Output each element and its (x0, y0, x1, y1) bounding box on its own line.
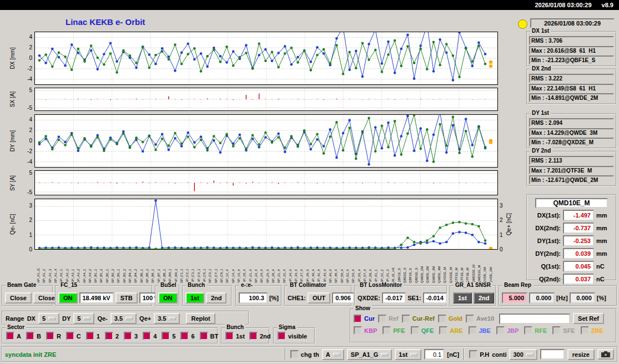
show-checkbox-are-checkbox[interactable] (439, 326, 447, 335)
fc15-on-button[interactable]: ON (58, 292, 78, 304)
show-checkbox-cur-checkbox[interactable] (354, 315, 362, 323)
show-checkbox-pfe[interactable]: PFE (383, 326, 405, 335)
sector-checkbox-3[interactable]: 3 (124, 332, 138, 340)
sector-checkbox-c-checkbox[interactable] (66, 332, 74, 340)
show-checkbox-rfe[interactable]: RFE (524, 326, 547, 335)
range-qeplus-select[interactable]: 3.5 (154, 313, 180, 324)
sector-checkbox-3-checkbox[interactable] (124, 332, 132, 340)
chg-th-checkbox-item[interactable]: chg th (290, 350, 319, 358)
threshold-input[interactable] (424, 349, 444, 360)
sigma-group-label: Sigma (277, 324, 297, 330)
show-checkbox-cur[interactable]: Cur (354, 315, 375, 323)
bunch-checkbox-1st[interactable]: 1st (225, 332, 245, 340)
sector-checkbox-b[interactable]: B (26, 332, 41, 340)
x-axis-label: SP_50_4 (340, 252, 344, 283)
bt-lossmonitor-group: BT LossMonitor QXD2E: -0.017 SE1: -0.014 (354, 285, 447, 306)
replot-button[interactable]: Replot (186, 313, 215, 324)
show-checkbox-qfe-checkbox[interactable] (411, 326, 419, 335)
sector-checkbox-r[interactable]: R (46, 332, 61, 340)
sector-checkbox-5[interactable]: 5 (162, 332, 175, 340)
beam-gate-close-button-1[interactable]: Close (5, 292, 32, 304)
x-axis-label: SP_B3_1 (117, 252, 120, 283)
sector-checkbox-bt-checkbox[interactable] (200, 332, 208, 340)
show-checkbox-cur-ref-checkbox[interactable] (402, 315, 410, 323)
fc15-stb-button[interactable]: STB (115, 292, 138, 304)
show-checkbox-ref-checkbox[interactable] (378, 315, 386, 323)
sector-checkbox-a[interactable]: A (6, 332, 21, 340)
sector-checkbox-6[interactable]: 6 (180, 332, 194, 340)
show-checkbox-rfe-checkbox[interactable] (524, 326, 532, 335)
che1-out-button[interactable]: OUT (308, 292, 330, 304)
chg-th-checkbox[interactable] (290, 350, 299, 358)
bunch-checkbox-1st-checkbox[interactable] (225, 332, 234, 340)
sector-checkbox-c[interactable]: C (66, 332, 81, 340)
gr-snsr-1st-button[interactable]: 1st (453, 292, 472, 304)
ph-checkbox-item[interactable]: P.H (469, 350, 489, 358)
bunch-1st-button[interactable]: 1st (185, 292, 204, 304)
sector-checkbox-2[interactable]: 2 (105, 332, 119, 340)
plot-sx[interactable] (34, 88, 498, 111)
x-axis-label: SP_C1_1 (180, 252, 184, 283)
sector-checkbox-2-checkbox[interactable] (105, 332, 113, 340)
gr-snsr-2nd-button[interactable]: 2nd (474, 292, 495, 304)
sector-checkbox-bt[interactable]: BT (200, 332, 219, 340)
show-checkbox-kbp[interactable]: KBP (354, 326, 377, 335)
bunch-order-select[interactable]: 1st (395, 349, 421, 360)
resize-button[interactable]: resize (567, 349, 595, 360)
show-checkbox-sfe-checkbox[interactable] (552, 326, 561, 335)
plot-sy[interactable] (34, 170, 498, 195)
show-checkbox-gold-checkbox[interactable] (438, 315, 446, 323)
sector-checkbox-1-checkbox[interactable] (86, 332, 94, 340)
sector-checkbox-6-checkbox[interactable] (180, 332, 189, 340)
show-checkbox-jbp-checkbox[interactable] (496, 326, 505, 335)
plot-dy[interactable] (34, 114, 498, 168)
sector-checkbox-a-checkbox[interactable] (6, 332, 14, 340)
show-checkbox-jbp[interactable]: JBP (496, 326, 519, 335)
show-checkbox-ave10-checkbox[interactable] (466, 315, 474, 323)
range-dx-select[interactable]: 5 (38, 313, 59, 324)
set-ref-button[interactable]: Set Ref (573, 313, 604, 324)
ph-label: P.H (480, 351, 489, 358)
plot-qe[interactable] (34, 199, 498, 250)
plot-dx[interactable] (34, 32, 498, 85)
show-checkbox-pfe-checkbox[interactable] (383, 326, 391, 335)
show-checkbox-sfe[interactable]: SFE (552, 326, 575, 335)
show-checkbox-qfe[interactable]: QFE (411, 326, 434, 335)
range-dy-select[interactable]: 5 (73, 313, 94, 324)
show-checkbox-kbp-checkbox[interactable] (354, 326, 362, 335)
ph-checkbox[interactable] (469, 350, 477, 358)
x-axis-label: SP_21_4 (249, 252, 253, 283)
titlebar-clock: 2026/01/08 03:00:29 (535, 2, 591, 8)
show-checkbox-jbe-checkbox[interactable] (469, 326, 477, 335)
show-checkbox-are[interactable]: ARE (439, 326, 462, 335)
screenshot-button[interactable] (597, 349, 614, 360)
sector-checkbox-5-checkbox[interactable] (162, 332, 170, 340)
qmd-row-unit: mm (596, 237, 607, 244)
monitor-select[interactable]: SP_A1_G (347, 349, 392, 360)
sector-checkbox-4[interactable]: 4 (143, 332, 157, 340)
show-checkbox-gold[interactable]: Gold (438, 315, 462, 323)
sector-checkbox-1[interactable]: 1 (86, 332, 100, 340)
bunch-checkbox-2nd-checkbox[interactable] (249, 332, 258, 340)
show-checkbox-cur-ref[interactable]: Cur-Ref (402, 315, 435, 323)
set-ref-input[interactable] (499, 314, 570, 324)
show-checkbox-zre[interactable]: ZRE (581, 326, 603, 335)
sector-checkbox-b-checkbox[interactable] (26, 332, 34, 340)
busel-on-button[interactable]: ON (158, 292, 178, 304)
show-checkbox-ave10[interactable]: Ave10 (466, 315, 494, 323)
bunch-2nd-button[interactable]: 2nd (206, 292, 227, 304)
blank-input[interactable] (540, 349, 565, 360)
show-checkbox-jbe[interactable]: JBE (469, 326, 491, 335)
interval-select[interactable]: 300 (509, 349, 537, 360)
sector-select[interactable]: A (322, 349, 344, 360)
sigma-checkbox-visible[interactable]: visible (278, 332, 307, 340)
sector-checkbox-r-checkbox[interactable] (46, 332, 54, 340)
show-checkbox-ref[interactable]: Ref (378, 315, 399, 323)
x-axis-label: SP_A3_2 (77, 252, 80, 283)
stats-group-dx-2nd: DX 2ndRMS : 3.222Max : 22.149@S8_61_H1Mi… (526, 69, 617, 104)
sigma-checkbox-visible-checkbox[interactable] (278, 332, 286, 340)
show-checkbox-zre-checkbox[interactable] (581, 326, 589, 335)
range-qeminus-select[interactable]: 3.5 (110, 313, 137, 324)
bunch-checkbox-2nd[interactable]: 2nd (249, 332, 271, 340)
sector-checkbox-4-checkbox[interactable] (143, 332, 151, 340)
